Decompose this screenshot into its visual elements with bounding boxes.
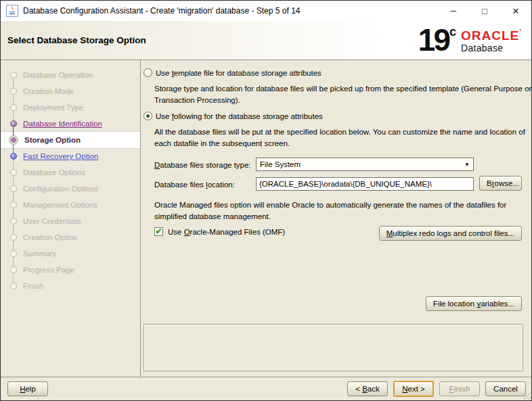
sidebar-step-user-credentials: User Credentials [1,213,140,229]
step-dot [10,120,17,127]
wizard-header: Select Database Storage Option 19c ORACL… [1,21,531,60]
files-location-label: Database files location: [154,181,235,189]
dropdown-arrow-icon: ▼ [464,162,470,168]
cancel-button[interactable]: Cancel [485,381,526,396]
multiplex-redo-logs-button[interactable]: Multiplex redo logs and control files... [379,226,522,241]
logo-product: Database [461,43,522,53]
step-label: Database Identification [23,120,102,128]
step-label: Management Options [23,201,97,209]
window-title: Database Configuration Assistant - Creat… [23,6,300,16]
check-icon: ✔ [155,227,162,235]
sidebar-step-management-options: Management Options [1,197,140,213]
main-panel: Use template file for database storage a… [141,60,531,377]
sidebar-step-creation-mode: Creation Mode [1,83,140,99]
sidebar-step-database-operation: Database Operation [1,67,140,83]
wizard-steps: Database OperationCreation ModeDeploymen… [1,60,140,294]
help-button[interactable]: Help [7,381,48,396]
sidebar-step-creation-option: Creation Option [1,229,140,245]
browse-button[interactable]: Browse... [479,176,522,191]
page-title: Select Database Storage Option [7,35,146,45]
omf-option[interactable]: ✔ Use Oracle-Managed Files (OMF) [154,227,285,236]
sidebar-step-deployment-type: Deployment Type [1,99,140,116]
step-label: Database Operation [23,71,93,79]
sidebar-step-fast-recovery-option[interactable]: Fast Recovery Option [1,148,140,164]
step-label: Progress Page [23,266,74,274]
template-radio-option[interactable]: Use template file for database storage a… [143,68,322,77]
step-label: Summary [23,250,56,258]
step-dot [10,72,17,78]
back-button[interactable]: < Back [347,381,388,396]
step-label: Finish [23,282,44,290]
following-radio-label: Use following for the database storage a… [156,112,323,120]
step-label: Deployment Type [23,103,83,112]
storage-type-label: Database files storage type: [154,161,251,169]
template-radio-description: Storage type and location for database f… [154,83,532,106]
step-dot [10,185,17,192]
logo-version: 19c [418,27,456,53]
step-dot [10,153,17,160]
step-label: Creation Mode [23,87,74,95]
footer-bar: Help < Back Next > Finish Cancel [1,377,531,400]
step-label: Database Options [23,168,85,176]
storage-type-select[interactable]: File System ▼ [256,158,474,171]
radio-selected-icon [143,112,152,120]
minimize-button[interactable]: – [438,1,469,21]
sidebar-step-summary: Summary [1,245,140,262]
omf-checkbox[interactable]: ✔ [154,227,163,236]
step-dot [10,234,17,241]
step-dot [10,169,17,176]
omf-checkbox-label: Use Oracle-Managed Files (OMF) [168,228,285,236]
step-dot [10,104,17,111]
files-location-input[interactable] [256,177,474,191]
sidebar-step-database-options: Database Options [1,164,140,181]
step-dot [10,250,17,257]
next-button[interactable]: Next > [393,381,434,397]
step-dot [10,202,17,208]
template-radio-label: Use template file for database storage a… [156,69,322,77]
step-label: User Credentials [23,217,81,225]
omf-note: Oracle Managed files option will enable … [154,199,532,222]
close-button[interactable]: ✕ [500,1,531,21]
sidebar-step-finish: Finish [1,278,140,294]
message-area [143,324,523,371]
following-radio-description: All the database files will be put at th… [154,126,532,149]
step-dot [10,218,17,225]
file-location-variables-button[interactable]: File location variables... [426,296,522,311]
oracle-19c-logo: 19c ORACLE Database [418,27,522,53]
storage-type-value: File System [260,160,301,168]
step-label: Creation Option [23,233,78,241]
dbca-window: Database Configuration Assistant - Creat… [0,0,532,401]
wizard-sidebar: Database OperationCreation ModeDeploymen… [1,60,141,377]
radio-unselected-icon [143,68,152,77]
oracle-wordmark: ORACLE [461,28,522,43]
sidebar-step-progress-page: Progress Page [1,262,140,278]
step-label: Storage Option [24,136,81,144]
java-app-icon [6,5,18,17]
titlebar: Database Configuration Assistant - Creat… [1,1,531,21]
step-dot [9,135,18,145]
step-label: Fast Recovery Option [23,152,98,160]
finish-button: Finish [439,381,480,396]
window-controls: – □ ✕ [438,1,531,21]
maximize-button[interactable]: □ [469,1,500,21]
step-label: Configuration Options [23,185,98,193]
following-radio-option[interactable]: Use following for the database storage a… [143,112,323,120]
sidebar-step-configuration-options: Configuration Options [1,181,140,197]
sidebar-step-database-identification[interactable]: Database Identification [1,116,140,132]
step-dot [10,88,17,95]
step-dot [10,266,17,273]
sidebar-step-storage-option: Storage Option [1,132,140,148]
step-dot [10,283,17,289]
